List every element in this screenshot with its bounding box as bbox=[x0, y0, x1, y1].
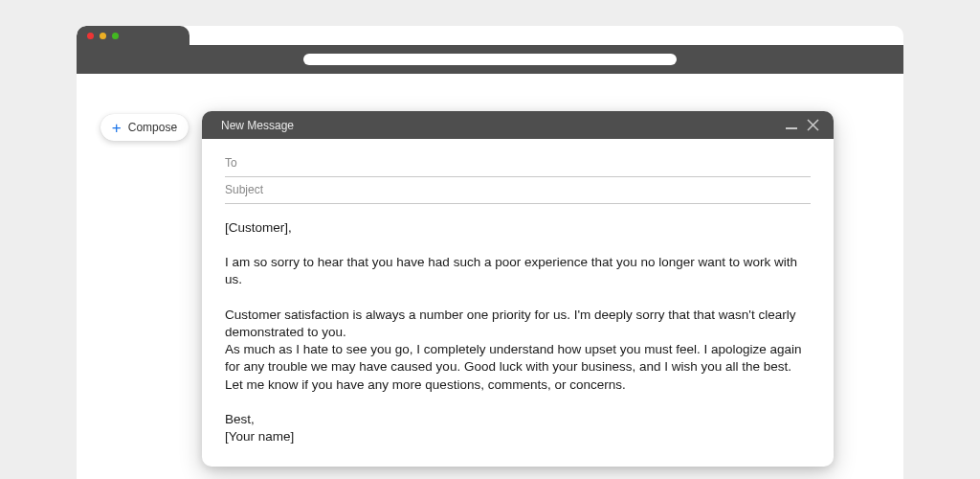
url-bar[interactable] bbox=[303, 54, 677, 65]
compose-window: New Message To Subject [Customer], bbox=[202, 111, 834, 467]
body-p1: I am so sorry to hear that you have had … bbox=[225, 254, 811, 288]
compose-header-actions bbox=[786, 118, 820, 132]
compose-body[interactable]: [Customer], I am so sorry to hear that y… bbox=[202, 204, 834, 467]
compose-title: New Message bbox=[221, 119, 294, 132]
close-window-icon[interactable] bbox=[87, 33, 94, 39]
minimize-icon[interactable] bbox=[786, 127, 797, 129]
compose-fields: To Subject bbox=[202, 139, 834, 204]
subject-field[interactable]: Subject bbox=[225, 177, 811, 204]
compose-button[interactable]: + Compose bbox=[100, 114, 189, 141]
compose-button-label: Compose bbox=[128, 121, 177, 134]
browser-window: + Compose New Message To Subject bbox=[77, 26, 903, 479]
minimize-window-icon[interactable] bbox=[100, 33, 106, 39]
subject-label: Subject bbox=[225, 183, 263, 196]
plus-icon: + bbox=[112, 120, 122, 136]
body-greeting: [Customer], bbox=[225, 219, 811, 237]
content-area: + Compose New Message To Subject bbox=[77, 74, 903, 479]
url-bar-area bbox=[77, 45, 903, 74]
to-label: To bbox=[225, 156, 237, 170]
to-field[interactable]: To bbox=[225, 150, 811, 177]
tab-bar bbox=[77, 26, 903, 45]
body-signoff: Best, bbox=[225, 411, 811, 428]
browser-tab[interactable] bbox=[77, 26, 189, 45]
body-p3: As much as I hate to see you go, I compl… bbox=[225, 341, 811, 394]
body-p2: Customer satisfaction is always a number… bbox=[225, 307, 811, 341]
close-icon[interactable] bbox=[806, 118, 820, 132]
compose-header[interactable]: New Message bbox=[202, 111, 834, 139]
maximize-window-icon[interactable] bbox=[112, 33, 119, 39]
body-signature: [Your name] bbox=[225, 428, 811, 445]
